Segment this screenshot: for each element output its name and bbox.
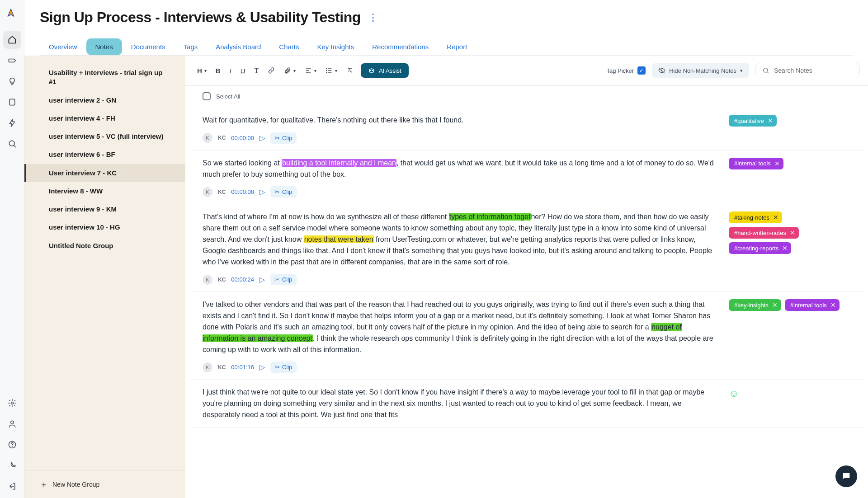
- play-icon[interactable]: ▷: [259, 134, 265, 142]
- help-icon[interactable]: [3, 436, 21, 454]
- tag-chip[interactable]: #creating-reports✕: [729, 242, 791, 254]
- sidebar-item[interactable]: User interview 7 - KC: [24, 164, 185, 182]
- underline-button[interactable]: U: [237, 64, 249, 77]
- search-icon[interactable]: [3, 135, 21, 153]
- check-icon: ✓: [637, 66, 646, 75]
- tag-picker-toggle[interactable]: Tag Picker ✓: [606, 66, 646, 75]
- tab-notes[interactable]: Notes: [86, 38, 122, 55]
- sidebar-item[interactable]: Interview 8 - WW: [24, 182, 185, 200]
- tag-icon[interactable]: [3, 52, 21, 70]
- tag-chip[interactable]: #key-insights✕: [729, 299, 781, 311]
- italic-button[interactable]: I: [226, 64, 235, 77]
- text-style-button[interactable]: T: [251, 64, 262, 77]
- tab-analysis-board[interactable]: Analysis Board: [207, 38, 270, 55]
- sidebar-item[interactable]: user interview 2 - GN: [24, 91, 185, 109]
- heading-button[interactable]: H▾: [193, 64, 210, 77]
- tag-remove-icon[interactable]: ✕: [830, 301, 836, 309]
- list-button[interactable]: ▾: [322, 64, 341, 77]
- tab-overview[interactable]: Overview: [40, 38, 86, 55]
- author-initials: KC: [218, 135, 226, 141]
- editor-toolbar: H▾ B I U T ▾ ▾ ▾ AI Assist: [185, 56, 868, 86]
- hide-notes-button[interactable]: Hide Non-Matching Notes ▾: [652, 63, 749, 78]
- tab-documents[interactable]: Documents: [122, 38, 175, 55]
- author-initials: KC: [218, 364, 226, 371]
- tab-recommendations[interactable]: Recommendations: [363, 38, 438, 55]
- tab-report[interactable]: Report: [438, 38, 476, 55]
- tag-remove-icon[interactable]: ✕: [782, 244, 788, 252]
- scissors-icon: ✂: [275, 276, 280, 283]
- play-icon[interactable]: ▷: [259, 363, 265, 371]
- chat-fab-button[interactable]: [835, 465, 857, 487]
- timestamp[interactable]: 00:00:24: [231, 276, 254, 283]
- note-text[interactable]: That's kind of where I'm at now is how d…: [203, 211, 718, 268]
- sidebar-item[interactable]: user interview 10 - HG: [24, 218, 185, 236]
- tab-charts[interactable]: Charts: [270, 38, 308, 55]
- svg-rect-0: [9, 99, 15, 105]
- plus-icon: ＋: [40, 479, 48, 490]
- tag-chip[interactable]: #qualitative✕: [729, 115, 777, 127]
- tag-chip[interactable]: #internal tools✕: [785, 299, 840, 311]
- timestamp[interactable]: 00:00:00: [231, 135, 254, 141]
- app-logo: [6, 8, 18, 20]
- select-all-label: Select All: [216, 93, 240, 100]
- sidebar-item[interactable]: Usability + Interviews - trial sign up #…: [24, 64, 185, 91]
- svg-point-14: [326, 72, 327, 72]
- tab-key-insights[interactable]: Key Insights: [308, 38, 363, 55]
- bolt-icon[interactable]: [3, 114, 21, 132]
- play-icon[interactable]: ▷: [259, 275, 265, 284]
- page-menu-icon[interactable]: ⋮: [368, 12, 378, 23]
- logout-icon[interactable]: [3, 477, 21, 495]
- clip-button[interactable]: ✂Clip: [270, 186, 297, 197]
- author-avatar: K: [203, 362, 212, 372]
- clip-button[interactable]: ✂Clip: [270, 132, 297, 144]
- settings-icon[interactable]: [3, 394, 21, 412]
- timestamp[interactable]: 00:01:16: [231, 364, 254, 371]
- home-icon[interactable]: [3, 31, 21, 49]
- note-text[interactable]: Wait for quantitative, for qualitative. …: [203, 115, 718, 126]
- select-all-checkbox[interactable]: [203, 92, 211, 100]
- tag-remove-icon[interactable]: ✕: [774, 160, 780, 167]
- ai-assist-button[interactable]: AI Assist: [361, 63, 409, 78]
- clip-button[interactable]: ✂Clip: [270, 274, 297, 285]
- tag-remove-icon[interactable]: ✕: [772, 301, 778, 309]
- sidebar-item[interactable]: Untitled Note Group: [24, 237, 185, 255]
- tag-remove-icon[interactable]: ✕: [773, 214, 778, 221]
- note-item: Wait for quantitative, for qualitative. …: [190, 108, 863, 150]
- note-tags: ☺: [729, 387, 851, 420]
- link-button[interactable]: [264, 64, 278, 77]
- clip-button[interactable]: ✂Clip: [270, 362, 297, 373]
- user-icon[interactable]: [3, 415, 21, 433]
- sidebar-item[interactable]: user interview 4 - FH: [24, 109, 185, 127]
- attach-button[interactable]: ▾: [280, 64, 299, 77]
- nav-rail: [0, 0, 24, 498]
- tag-chip[interactable]: #taking-notes✕: [729, 211, 782, 223]
- tag-chip[interactable]: #hand-written-notes✕: [729, 227, 799, 239]
- author-avatar: K: [203, 275, 212, 285]
- note-text[interactable]: I've talked to other vendors and that wa…: [203, 299, 718, 355]
- note-text[interactable]: So we started looking at building a tool…: [203, 158, 718, 180]
- sidebar-item[interactable]: user interview 6 - BF: [24, 146, 185, 164]
- bold-button[interactable]: B: [212, 64, 224, 77]
- tag-remove-icon[interactable]: ✕: [768, 117, 773, 124]
- sidebar-item[interactable]: user interview 9 - KM: [24, 200, 185, 218]
- lightbulb-icon[interactable]: [3, 72, 21, 90]
- book-icon[interactable]: [3, 93, 21, 111]
- search-input[interactable]: [774, 67, 853, 74]
- tag-chip[interactable]: #internal tools✕: [729, 158, 783, 169]
- tag-remove-icon[interactable]: ✕: [790, 229, 795, 236]
- new-note-group-button[interactable]: ＋ New Note Group: [24, 470, 185, 498]
- note-tags: #key-insights✕#internal tools✕: [729, 299, 851, 373]
- clear-format-button[interactable]: [343, 64, 357, 77]
- search-input-wrap[interactable]: [755, 63, 860, 78]
- smiley-icon[interactable]: ☺: [729, 388, 739, 399]
- page-title: Sign Up Process - Interviews & Usability…: [40, 9, 361, 26]
- timestamp[interactable]: 00:00:08: [231, 188, 254, 195]
- note-text[interactable]: I just think that we're not quite to our…: [203, 387, 718, 420]
- align-button[interactable]: ▾: [301, 64, 320, 77]
- play-icon[interactable]: ▷: [259, 188, 265, 196]
- moon-icon[interactable]: [3, 456, 21, 475]
- sidebar-item[interactable]: user interview 5 - VC (full interview): [24, 127, 185, 146]
- chevron-down-icon: ▾: [740, 68, 743, 74]
- note-tags: #qualitative✕: [729, 115, 851, 144]
- tab-tags[interactable]: Tags: [175, 38, 207, 55]
